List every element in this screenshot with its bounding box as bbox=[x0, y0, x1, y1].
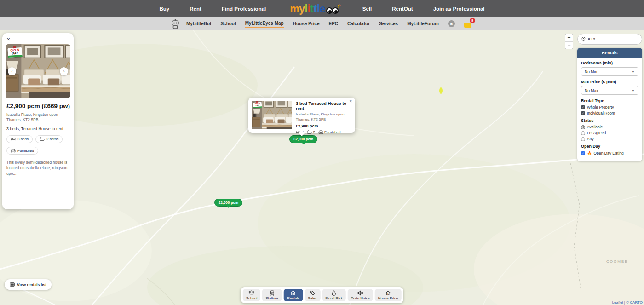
nav-rent[interactable]: Rent bbox=[190, 6, 201, 12]
rental-type-label: Rental Type bbox=[581, 98, 638, 103]
property-description: This lovely semi-detached house is locat… bbox=[6, 160, 70, 177]
fire-icon: 🔥 bbox=[587, 151, 592, 155]
beds-badge: 3 beds bbox=[6, 135, 33, 143]
attribution-text[interactable]: Leaflet | © CARTO bbox=[612, 300, 643, 305]
nav-buy[interactable]: Buy bbox=[159, 6, 169, 12]
svg-text:£: £ bbox=[387, 293, 389, 295]
logo-letter: t bbox=[313, 4, 316, 14]
map-tiles bbox=[0, 30, 644, 305]
map-property-popup[interactable]: ✕ OPEN DAY 3 bed Terraced House to rent … bbox=[248, 98, 355, 133]
bed-icon bbox=[296, 130, 301, 134]
postcode-search bbox=[577, 34, 642, 45]
property-summary: 3 beds, Terraced House to rent bbox=[6, 127, 70, 131]
logo-letter: y bbox=[299, 4, 305, 14]
subnav-services[interactable]: Services bbox=[379, 20, 398, 27]
rentals-filter-panel: Rentals Bedrooms (min) No Min ▼ Max Pric… bbox=[577, 48, 642, 161]
subnav-calculator[interactable]: Calculator bbox=[347, 20, 370, 27]
speaker-icon bbox=[357, 290, 363, 296]
ukraine-flag-icon bbox=[607, 301, 611, 304]
map-zoom-control: + − bbox=[565, 34, 573, 49]
logo-letter: t bbox=[310, 4, 313, 14]
profile-e-badge[interactable]: E bbox=[448, 20, 455, 27]
nav-sell[interactable]: Sell bbox=[362, 6, 372, 12]
status-available-label: Available bbox=[587, 125, 603, 129]
radio-selected-icon bbox=[581, 125, 585, 129]
nav-join-as-professional[interactable]: Join as Professional bbox=[433, 6, 485, 12]
robot-icon bbox=[171, 19, 180, 29]
property-detail-card: ✕ OPEN DAY ‹ › £2,900 pcm (£669 pw) Isab… bbox=[2, 33, 74, 209]
subnav-mylittlebot[interactable]: MyLittleBot bbox=[186, 20, 211, 27]
house-icon bbox=[290, 290, 296, 296]
toolbar-house-price-button[interactable]: £ House Price bbox=[375, 289, 402, 301]
price-marker-2900[interactable]: £2,900 pcm bbox=[289, 135, 317, 143]
subnav-epc[interactable]: EPC bbox=[329, 20, 339, 27]
map-canvas[interactable]: COOMBE bbox=[0, 30, 644, 305]
popup-furnished: Furnished bbox=[318, 130, 341, 134]
nav-find-professional[interactable]: Find Professional bbox=[222, 6, 266, 12]
individual-room-checkbox-row[interactable]: ✓ Individual Room bbox=[581, 111, 638, 115]
notifications-flag-icon[interactable]: 9 bbox=[464, 20, 473, 28]
popup-photo: OPEN DAY bbox=[252, 101, 292, 129]
close-icon[interactable]: ✕ bbox=[6, 37, 12, 42]
status-any-radio-row[interactable]: Any bbox=[581, 137, 638, 141]
bedrooms-min-select[interactable]: No Min ▼ bbox=[581, 67, 638, 76]
tag-icon bbox=[310, 290, 315, 296]
photo-prev-button[interactable]: ‹ bbox=[8, 67, 16, 75]
map-attribution: Leaflet | © CARTO bbox=[607, 300, 643, 305]
status-let-agreed-label: Let Agreed bbox=[587, 131, 606, 135]
photo-next-button[interactable]: › bbox=[60, 67, 68, 75]
house-pound-icon: £ bbox=[385, 290, 391, 296]
graduation-cap-icon bbox=[248, 290, 255, 296]
status-available-radio-row[interactable]: Available bbox=[581, 125, 638, 129]
view-rentals-list-label: View rentals list bbox=[17, 282, 46, 287]
open-day-badge: OPEN DAY bbox=[7, 47, 22, 58]
subnav-house-price[interactable]: House Price bbox=[293, 20, 320, 27]
popup-baths: 2 bbox=[307, 130, 315, 134]
whole-property-checkbox-row[interactable]: ✓ Whole Property bbox=[581, 105, 638, 109]
toolbar-flood-risk-button[interactable]: Flood Risk bbox=[322, 289, 346, 301]
zoom-in-button[interactable]: + bbox=[565, 34, 573, 41]
checkbox-checked-icon: ✓ bbox=[581, 151, 585, 155]
radio-icon bbox=[581, 137, 585, 141]
toolbar-train-noise-button[interactable]: Train Noise bbox=[348, 289, 373, 301]
popup-beds: 3 bbox=[296, 130, 304, 134]
brand-logo[interactable]: m y l i t t l e ʕ bbox=[290, 4, 339, 14]
popup-title: 3 bed Terraced House to rent bbox=[296, 101, 352, 111]
search-input[interactable] bbox=[588, 37, 638, 41]
max-price-select[interactable]: No Max ▼ bbox=[581, 86, 638, 95]
status-let-agreed-radio-row[interactable]: Let Agreed bbox=[581, 131, 638, 135]
bed-icon bbox=[11, 137, 16, 141]
filters-header[interactable]: Rentals bbox=[577, 48, 642, 58]
price-marker-2500[interactable]: £2,500 pcm bbox=[214, 199, 242, 207]
close-icon[interactable]: ✕ bbox=[349, 99, 352, 104]
bedrooms-min-value: No Min bbox=[585, 69, 597, 74]
toolbar-school-button[interactable]: School bbox=[243, 289, 260, 301]
view-rentals-list-button[interactable]: View rentals list bbox=[5, 279, 52, 290]
app-root: COOMBE Buy Rent Find Professional m y l … bbox=[0, 0, 644, 305]
status-any-label: Any bbox=[587, 137, 594, 141]
bedrooms-min-label: Bedrooms (min) bbox=[581, 61, 638, 65]
furnished-badge: Furnished bbox=[6, 147, 38, 155]
subnav-mylittleeyes-map[interactable]: MyLittleEyes Map bbox=[245, 20, 284, 28]
nav-rentout[interactable]: RentOut bbox=[392, 6, 413, 12]
zoom-out-button[interactable]: − bbox=[565, 41, 573, 49]
max-price-label: Max Price (£ pcm) bbox=[581, 80, 638, 84]
secondary-navigation: MyLittleBot School MyLittleEyes Map Hous… bbox=[0, 17, 644, 30]
logo-googly-eyes-icon: ʕ bbox=[326, 7, 339, 14]
property-address: Isabella Place, Kingston upon Thames, KT… bbox=[6, 112, 70, 123]
toolbar-sales-button[interactable]: Sales bbox=[305, 289, 320, 301]
chevron-down-icon: ▼ bbox=[632, 89, 635, 92]
open-day-listing-checkbox-row[interactable]: ✓ 🔥 Open Day Listing bbox=[581, 151, 638, 155]
subnav-school[interactable]: School bbox=[220, 20, 236, 27]
toolbar-stations-button[interactable]: Stations bbox=[262, 289, 282, 301]
map-highlight-dot bbox=[439, 87, 443, 94]
toolbar-rentals-button[interactable]: Rentals bbox=[284, 289, 303, 301]
status-label: Status bbox=[581, 118, 638, 123]
list-icon bbox=[10, 282, 15, 287]
logo-letter: e bbox=[320, 4, 325, 14]
logo-letter: m bbox=[290, 4, 299, 14]
location-pin-icon bbox=[581, 36, 586, 42]
notification-count-badge: 9 bbox=[470, 18, 475, 23]
subnav-mylittleforum[interactable]: MyLittleForum bbox=[407, 20, 439, 27]
sofa-icon bbox=[318, 130, 323, 134]
